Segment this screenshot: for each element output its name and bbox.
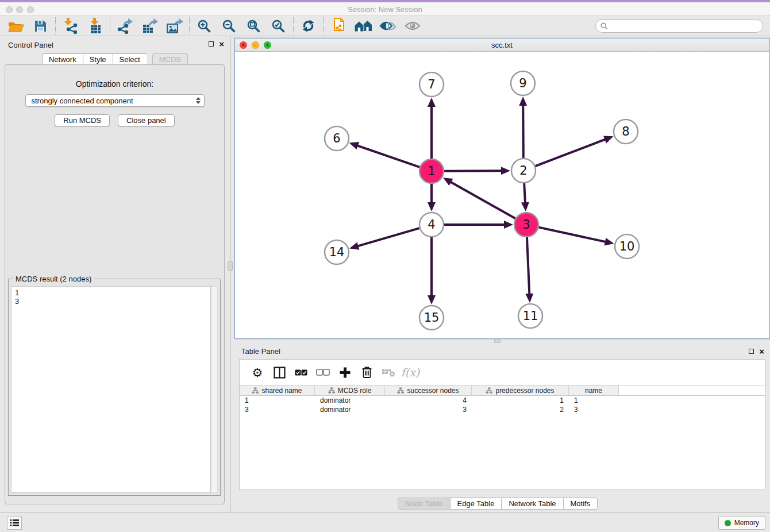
cell-successor-nodes[interactable]: 3 [385,405,472,414]
node-6[interactable]: 6 [325,126,349,151]
table-splitter-handle[interactable] [494,340,500,343]
refresh-layout-button[interactable] [296,17,321,35]
edge-3-11[interactable] [527,237,529,295]
cell-mcds-role[interactable]: dominator [315,396,385,405]
cell-successor-nodes[interactable]: 4 [385,396,472,405]
mcds-result-text[interactable]: 1 3 [11,286,211,493]
node-10[interactable]: 10 [615,234,639,259]
memory-status-dot [725,520,731,526]
import-table-icon [88,18,102,34]
export-image-icon [166,18,183,34]
node-11[interactable]: 11 [518,304,542,328]
column-header-successor-nodes[interactable]: successor nodes [385,385,472,395]
optimization-criterion-select[interactable]: strongly connected component [25,94,205,107]
save-session-button[interactable] [28,17,53,35]
cell-name[interactable]: 3 [569,405,619,414]
close-panel-icon[interactable]: × [219,41,224,47]
import-network-button[interactable] [58,17,83,35]
zoom-in-button[interactable] [192,17,217,35]
delete-column-button[interactable] [356,364,378,381]
node-2[interactable]: 2 [511,159,536,183]
show-annotations-button[interactable] [375,17,400,35]
cell-shared-name[interactable]: 1 [240,396,315,405]
network-canvas[interactable]: 7968124314101511 [235,52,769,338]
cell-predecessor-nodes[interactable]: 1 [472,396,569,405]
eye-icon [405,21,421,31]
edge-2-3[interactable] [524,183,525,203]
clone-network-icon [330,17,346,34]
node-8[interactable]: 8 [614,119,638,144]
table-row[interactable]: 3dominator323 [240,405,765,414]
tab-node-table[interactable]: Node Table [398,498,450,510]
node-14[interactable]: 14 [325,240,349,264]
split-columns-button[interactable] [268,364,290,381]
export-table-button[interactable] [137,17,162,35]
tab-edge-table[interactable]: Edge Table [450,498,502,510]
float-table-panel-icon[interactable] [749,349,754,354]
zoom-out-button[interactable] [217,17,241,35]
deselect-all-button[interactable] [312,364,334,381]
mcds-result-groupbox: MCDS result (2 nodes) 1 3 [8,279,221,496]
tab-motifs[interactable]: Motifs [563,498,598,510]
clone-network-button[interactable] [326,17,351,35]
cell-mcds-role[interactable]: dominator [315,405,385,414]
run-mcds-button[interactable]: Run MCDS [55,114,110,126]
edge-4-14[interactable] [357,228,419,246]
status-bar: Memory [0,512,770,532]
tab-network[interactable]: Network [42,53,83,65]
close-panel-button[interactable]: Close panel [118,114,175,126]
tab-style[interactable]: Style [83,53,113,65]
cell-name[interactable]: 1 [569,396,619,405]
import-table-button[interactable] [83,17,107,35]
network-window-title: scc.txt [235,41,769,49]
node-3[interactable]: 3 [514,213,538,237]
tab-network-table[interactable]: Network Table [501,498,563,510]
home-view-button[interactable] [351,17,375,35]
network-graph[interactable]: 7968124314101511 [235,52,769,338]
search-box[interactable] [595,19,763,33]
select-all-button[interactable] [290,364,312,381]
selected-criterion-value: strongly connected component [32,97,133,105]
edge-1-2[interactable] [444,171,502,171]
column-header-predecessor-nodes[interactable]: predecessor nodes [472,385,569,395]
memory-label: Memory [734,519,759,527]
open-session-button[interactable] [3,17,28,35]
search-input[interactable] [611,22,758,30]
cell-shared-name[interactable]: 3 [240,405,315,414]
gear-icon: ⚙ [252,367,263,379]
zoom-fit-button[interactable] [241,17,266,35]
table-row[interactable]: 1dominator411 [240,396,765,405]
cell-predecessor-nodes[interactable]: 2 [472,405,569,414]
panel-splitter-handle[interactable] [228,261,233,271]
network-window-titlebar[interactable]: × − + scc.txt [235,38,769,52]
edge-3-1[interactable] [450,182,515,218]
edge-2-9[interactable] [523,105,523,158]
result-scrollbar[interactable] [211,286,218,493]
export-network-button[interactable] [113,17,137,35]
node-15[interactable]: 15 [419,306,444,330]
node-9[interactable]: 9 [511,71,535,95]
edge-3-10[interactable] [538,228,606,242]
column-header-name[interactable]: name [569,385,619,395]
node-4[interactable]: 4 [419,213,444,237]
column-header-shared-name[interactable]: shared name [240,385,315,395]
task-history-button[interactable] [7,516,22,530]
toggle-graphics-details-button[interactable] [400,17,425,35]
export-image-button[interactable] [162,17,187,35]
table-settings-button[interactable]: ⚙ [247,364,268,381]
edge-1-6[interactable] [357,145,419,167]
tab-mcds[interactable]: MCDS [152,53,188,65]
float-panel-icon[interactable] [209,41,214,47]
main-toolbar [0,16,770,36]
add-column-button[interactable] [334,364,356,381]
column-header-mcds-role[interactable]: MCDS role [315,385,385,395]
zoom-selected-button[interactable] [266,17,291,35]
toolbar-separator [189,17,190,34]
edge-2-8[interactable] [536,139,606,166]
close-table-panel-icon[interactable]: × [759,349,764,354]
memory-button[interactable]: Memory [718,516,765,530]
node-1[interactable]: 1 [419,159,444,183]
tab-select[interactable]: Select [113,53,147,65]
node-label: 1 [428,164,435,178]
node-7[interactable]: 7 [419,72,444,97]
